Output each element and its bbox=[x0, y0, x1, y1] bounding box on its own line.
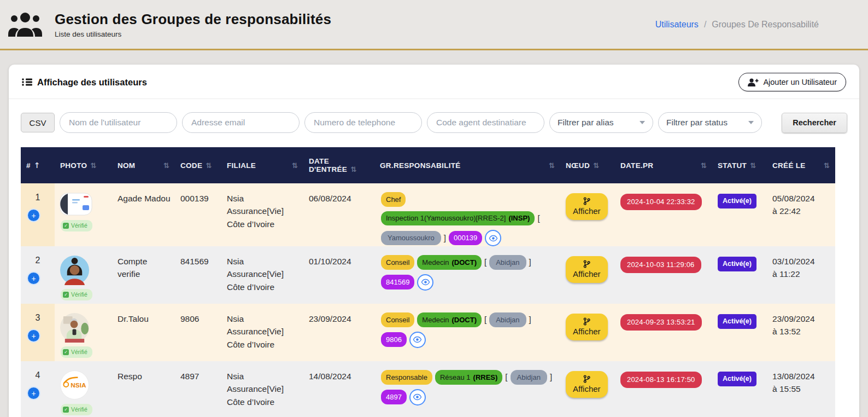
phone-filter-input[interactable] bbox=[304, 112, 422, 133]
sort-icon[interactable]: ⇅ bbox=[549, 161, 555, 170]
sort-icon[interactable]: ⇅ bbox=[824, 161, 830, 170]
csv-export-button[interactable]: CSV bbox=[21, 113, 55, 132]
expand-row-button[interactable]: + bbox=[28, 273, 39, 284]
name-cell: Respo bbox=[112, 361, 175, 417]
created-cell: 13/08/2024 à 15:55 bbox=[767, 361, 835, 417]
table-header-row: #↑PHOTO⇅NOM⇅CODE⇅FILIALE⇅DATE D'ENTRÉE⇅G… bbox=[21, 147, 835, 183]
responsibility-cell: Conseil Medecin(DOCT) [ Abidjan ] 841569 bbox=[374, 246, 560, 304]
column-header[interactable]: STATUT⇅ bbox=[712, 147, 767, 183]
column-label: NŒUD bbox=[566, 161, 590, 170]
date-pr-cell: 2024-10-03 11:29:06 bbox=[615, 246, 712, 304]
email-filter-input[interactable] bbox=[182, 112, 300, 133]
row-number: 1 bbox=[23, 191, 52, 204]
column-label: PHOTO bbox=[60, 161, 87, 170]
column-header[interactable]: GR.RESPONSABILITÉ⇅ bbox=[374, 147, 560, 183]
status-cell: Activé(e) bbox=[712, 246, 767, 304]
entry-date-cell: 14/08/2024 bbox=[303, 361, 374, 417]
breadcrumb-link-utilisateurs[interactable]: Utilisateurs bbox=[655, 20, 699, 30]
show-node-button[interactable]: Afficher bbox=[566, 371, 608, 398]
expand-row-button[interactable]: + bbox=[28, 387, 39, 399]
date-pr-badge: 2024-09-23 13:53:21 bbox=[620, 314, 702, 331]
bracket-open: [ bbox=[484, 314, 486, 326]
created-date: 23/09/2024 bbox=[772, 312, 831, 325]
status-filter-select[interactable]: Filtrer par status bbox=[658, 112, 762, 133]
sort-icon[interactable]: ⇅ bbox=[701, 161, 707, 170]
git-branch-icon bbox=[583, 260, 591, 268]
column-header[interactable]: CRÉÉ LE⇅ bbox=[767, 147, 835, 183]
show-node-button[interactable]: Afficher bbox=[566, 256, 608, 283]
sort-icon[interactable]: ⇅ bbox=[163, 161, 169, 170]
column-header[interactable]: NŒUD⇅ bbox=[560, 147, 615, 183]
status-badge: Activé(e) bbox=[718, 257, 756, 271]
node-badge: Abidjan bbox=[511, 370, 547, 385]
bracket-open: [ bbox=[505, 371, 507, 384]
sort-icon[interactable]: ⇅ bbox=[90, 161, 96, 170]
gr-code-badge: 9806 bbox=[381, 332, 407, 347]
sort-icon[interactable]: ⇅ bbox=[292, 161, 298, 170]
breadcrumb: Utilisateurs / Groupes De Responsabilité bbox=[655, 20, 819, 30]
add-user-button[interactable]: Ajouter un Utilisateur bbox=[738, 73, 846, 91]
column-header[interactable]: CODE⇅ bbox=[175, 147, 221, 183]
check-icon: ✓ bbox=[63, 349, 69, 355]
check-icon: ✓ bbox=[63, 223, 69, 229]
verified-badge: ✓ Vérifié bbox=[61, 404, 92, 415]
column-header[interactable]: DATE D'ENTRÉE⇅ bbox=[303, 147, 374, 183]
column-header[interactable]: NOM⇅ bbox=[112, 147, 175, 183]
users-card: Affichage des utilisateurs Ajouter un Ut… bbox=[9, 65, 859, 417]
view-details-eye-button[interactable] bbox=[409, 389, 426, 406]
column-header[interactable]: #↑ bbox=[21, 147, 55, 183]
list-icon bbox=[22, 78, 33, 86]
date-pr-cell: 2024-08-13 16:17:50 bbox=[615, 361, 712, 417]
page-body: Affichage des utilisateurs Ajouter un Ut… bbox=[0, 50, 868, 417]
svg-text:NSIA: NSIA bbox=[71, 381, 86, 389]
sort-icon[interactable]: ↑ bbox=[34, 161, 40, 170]
alias-filter-select[interactable]: Filtrer par alias bbox=[549, 112, 653, 133]
user-photo: NSIA bbox=[60, 370, 108, 400]
view-details-eye-button[interactable] bbox=[409, 332, 426, 348]
view-details-eye-button[interactable] bbox=[417, 274, 433, 291]
column-header[interactable]: PHOTO⇅ bbox=[55, 147, 112, 183]
people-group-icon bbox=[8, 11, 43, 38]
column-header[interactable]: FILIALE⇅ bbox=[221, 147, 303, 183]
created-cell: 23/09/2024 à 13:52 bbox=[767, 304, 835, 361]
sort-icon[interactable]: ⇅ bbox=[350, 165, 356, 173]
show-node-button[interactable]: Afficher bbox=[566, 193, 608, 220]
group-badge: Inspection 1(Yamoussoukro)[RRES-2](INSP) bbox=[381, 211, 535, 226]
plus-icon: + bbox=[31, 332, 36, 340]
column-label: FILIALE bbox=[227, 161, 256, 170]
node-badge: Abidjan bbox=[489, 255, 526, 270]
created-cell: 05/08/2024 à 22:42 bbox=[767, 183, 835, 246]
group-badge: Medecin(DOCT) bbox=[417, 255, 482, 270]
username-filter-input[interactable] bbox=[60, 112, 177, 133]
view-details-eye-button[interactable] bbox=[485, 230, 501, 246]
show-node-button[interactable]: Afficher bbox=[566, 314, 608, 340]
chevron-down-icon bbox=[640, 121, 645, 124]
row-number: 2 bbox=[23, 254, 52, 267]
chevron-down-icon bbox=[748, 121, 754, 124]
plus-icon: + bbox=[31, 211, 36, 220]
group-badge: Réseau 1(RRES) bbox=[435, 370, 502, 385]
date-pr-badge: 2024-10-03 11:29:06 bbox=[620, 257, 701, 273]
expand-row-button[interactable]: + bbox=[28, 330, 39, 341]
alias-badge: Chef bbox=[381, 192, 406, 207]
created-time: à 13:52 bbox=[772, 325, 831, 338]
agent-code-filter-input[interactable] bbox=[427, 112, 544, 133]
gr-code-badge: 4897 bbox=[381, 390, 407, 404]
search-button[interactable]: Rechercher bbox=[782, 113, 847, 133]
entry-date-cell: 23/09/2024 bbox=[303, 304, 374, 361]
table-body: 1 + bbox=[21, 183, 835, 417]
sort-icon[interactable]: ⇅ bbox=[593, 161, 599, 170]
bracket-close: ] bbox=[550, 371, 552, 384]
created-date: 13/08/2024 bbox=[772, 370, 831, 383]
sort-icon[interactable]: ⇅ bbox=[206, 161, 212, 170]
created-date: 05/08/2024 bbox=[772, 192, 831, 205]
expand-row-button[interactable]: + bbox=[28, 210, 39, 221]
column-header[interactable]: DATE.PR⇅ bbox=[615, 147, 712, 183]
responsibility-cell: Chef Inspection 1(Yamoussoukro)[RRES-2](… bbox=[374, 183, 560, 246]
sort-icon[interactable]: ⇅ bbox=[750, 161, 756, 170]
page-title: Gestion des Groupes de responsabilités bbox=[55, 11, 331, 28]
page-header: Gestion des Groupes de responsabilités L… bbox=[0, 0, 868, 50]
code-cell: 4897 bbox=[175, 361, 221, 417]
status-cell: Activé(e) bbox=[712, 183, 767, 246]
status-badge: Activé(e) bbox=[718, 194, 756, 208]
